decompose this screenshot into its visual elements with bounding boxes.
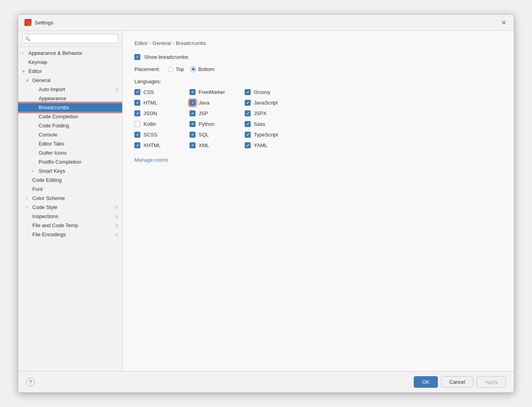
- cancel-button[interactable]: Cancel: [441, 376, 473, 388]
- search-input[interactable]: [22, 34, 118, 43]
- lang-item-groovy: ✓ Groovy: [245, 88, 308, 96]
- lang-checkbox-groovy[interactable]: ✓: [245, 89, 251, 95]
- lang-checkbox-freemarker[interactable]: ✓: [190, 89, 195, 95]
- sidebar-item-label: File Encodings: [32, 232, 66, 237]
- search-wrapper: 🔍: [22, 34, 118, 43]
- radio-top[interactable]: Top: [168, 66, 184, 72]
- sidebar-item-gutter-icons[interactable]: Gutter Icons: [18, 148, 122, 157]
- lang-item-freemarker: ✓ FreeMarker: [190, 88, 245, 96]
- lang-label-jspx: JSPX: [254, 110, 267, 116]
- sidebar-item-console[interactable]: Console: [18, 130, 122, 139]
- placement-label: Placement:: [134, 66, 160, 72]
- sidebar-item-font[interactable]: Font: [18, 185, 122, 194]
- lang-checkbox-kotlin[interactable]: [134, 121, 140, 127]
- breadcrumb-sep-1: ›: [149, 40, 151, 46]
- chevron-icon: ›: [26, 205, 31, 209]
- sidebar-item-label: Code Style: [32, 204, 58, 210]
- bottom-bar: ? OK Cancel Apply: [18, 371, 514, 392]
- sidebar-item-label: Editor Tabs: [39, 141, 64, 147]
- sidebar-item-label: Appearance & Behavior: [28, 50, 82, 56]
- breadcrumb-general: General: [153, 40, 171, 46]
- lang-checkbox-xhtml[interactable]: ✓: [134, 142, 140, 148]
- sidebar-item-editor-tabs[interactable]: Editor Tabs: [18, 139, 122, 148]
- manage-colors-link[interactable]: Manage colors: [134, 157, 168, 163]
- lang-label-json: JSON: [143, 110, 157, 116]
- sidebar-item-general[interactable]: ∨ General: [18, 76, 122, 85]
- help-button[interactable]: ?: [26, 378, 35, 386]
- sidebar-item-label: Editor: [28, 68, 42, 74]
- lang-checkbox-json[interactable]: ✓: [134, 110, 140, 116]
- placement-row: Placement: Top Bottom: [134, 66, 502, 72]
- settings-dialog: Settings ✕ 🔍 › Appearance & Behavior: [18, 14, 514, 393]
- title-bar: Settings ✕: [18, 15, 514, 31]
- sidebar-item-code-style[interactable]: › Code Style ⎘: [18, 203, 122, 212]
- radio-bottom-inner: [192, 68, 195, 71]
- ok-button[interactable]: OK: [414, 376, 438, 388]
- lang-checkbox-typescript[interactable]: ✓: [245, 132, 251, 138]
- lang-checkbox-jsp[interactable]: ✓: [190, 110, 195, 116]
- sidebar-item-color-scheme[interactable]: › Color Scheme: [18, 194, 122, 203]
- sidebar-item-appearance[interactable]: Appearance: [18, 94, 122, 103]
- sidebar-item-label: File and Code Temp: [32, 222, 78, 228]
- lang-checkbox-yaml[interactable]: ✓: [245, 142, 251, 148]
- sidebar-item-code-folding[interactable]: Code Folding: [18, 121, 122, 130]
- lang-checkbox-scss[interactable]: ✓: [134, 132, 140, 138]
- main-content: 🔍 › Appearance & Behavior Keymap ∨: [18, 31, 514, 371]
- lang-item-css: ✓ CSS: [134, 88, 190, 96]
- sidebar: 🔍 › Appearance & Behavior Keymap ∨: [18, 31, 123, 371]
- lang-label-yaml: YAML: [254, 142, 267, 148]
- lang-item-sql: ✓ SQL: [190, 131, 245, 138]
- apply-button[interactable]: Apply: [476, 376, 506, 388]
- sidebar-item-editor[interactable]: ∨ Editor: [18, 67, 122, 76]
- copy-icon: ⎘: [115, 87, 118, 92]
- check-mark: ✓: [136, 55, 139, 59]
- lang-checkbox-java[interactable]: ✓: [190, 100, 195, 106]
- search-box: 🔍: [18, 31, 122, 47]
- sidebar-item-auto-import[interactable]: Auto Import ⎘: [18, 85, 122, 94]
- content-panel: Editor › General › Breadcrumbs ✓ Show br…: [123, 31, 514, 371]
- sidebar-item-label: Gutter Icons: [39, 150, 67, 156]
- sidebar-item-label: Code Completion: [39, 114, 78, 119]
- app-icon: [24, 19, 32, 26]
- radio-bottom[interactable]: Bottom: [190, 66, 214, 72]
- sidebar-item-file-encodings[interactable]: File Encodings ⎘: [18, 230, 122, 239]
- languages-title: Languages:: [134, 78, 502, 84]
- lang-label-sass: Sass: [254, 121, 265, 127]
- sidebar-item-appearance-behavior[interactable]: › Appearance & Behavior: [18, 49, 122, 58]
- show-breadcrumbs-checkbox[interactable]: ✓: [134, 54, 140, 60]
- lang-checkbox-sass[interactable]: ✓: [245, 121, 251, 127]
- lang-label-jsp: JSP: [199, 110, 208, 116]
- sidebar-item-breadcrumbs[interactable]: Breadcrumbs: [18, 103, 122, 112]
- sidebar-item-label: Appearance: [39, 95, 66, 101]
- lang-checkbox-javascript[interactable]: ✓: [245, 100, 251, 106]
- radio-bottom-outer: [190, 67, 196, 72]
- sidebar-item-code-completion[interactable]: Code Completion: [18, 112, 122, 121]
- sidebar-item-file-code-temp[interactable]: File and Code Temp ⎘: [18, 221, 122, 230]
- copy-icon: ⎘: [115, 223, 118, 228]
- lang-label-xhtml: XHTML: [143, 142, 161, 148]
- lang-checkbox-jspx[interactable]: ✓: [245, 110, 251, 116]
- sidebar-item-postfix-completion[interactable]: Postfix Completion: [18, 157, 122, 166]
- lang-checkbox-xml[interactable]: ✓: [190, 142, 195, 148]
- sidebar-item-smart-keys[interactable]: › Smart Keys: [18, 166, 122, 175]
- lang-item-yaml: ✓ YAML: [245, 142, 308, 149]
- lang-label-sql: SQL: [199, 132, 209, 138]
- dialog-title: Settings: [35, 20, 53, 26]
- sidebar-item-code-editing[interactable]: Code Editing: [18, 175, 122, 185]
- lang-checkbox-css[interactable]: ✓: [134, 89, 140, 95]
- lang-checkbox-python[interactable]: ✓: [190, 121, 195, 127]
- lang-label-css: CSS: [143, 89, 154, 95]
- close-button[interactable]: ✕: [500, 19, 508, 26]
- lang-label-groovy: Groovy: [254, 89, 270, 95]
- lang-checkbox-sql[interactable]: ✓: [190, 132, 195, 138]
- bottom-bar-right: OK Cancel Apply: [414, 376, 506, 388]
- chevron-icon: ∨: [26, 78, 31, 82]
- sidebar-item-keymap[interactable]: Keymap: [18, 58, 122, 67]
- manage-colors-container: Manage colors: [134, 157, 502, 163]
- breadcrumb: Editor › General › Breadcrumbs: [134, 40, 502, 46]
- sidebar-item-inspections[interactable]: Inspections ⎘: [18, 212, 122, 221]
- copy-icon: ⎘: [115, 214, 118, 219]
- breadcrumb-editor: Editor: [134, 40, 148, 46]
- lang-item-json: ✓ JSON: [134, 110, 190, 117]
- lang-checkbox-html[interactable]: ✓: [134, 100, 140, 106]
